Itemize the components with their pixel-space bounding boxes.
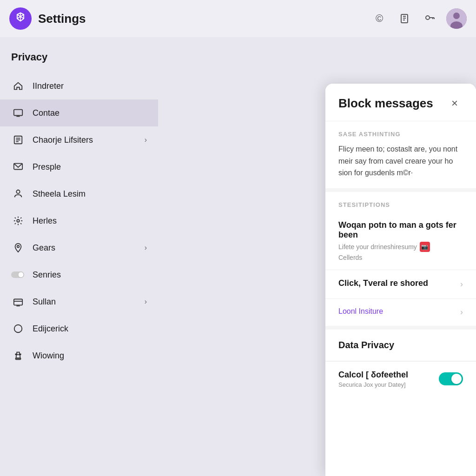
gear-icon bbox=[11, 214, 25, 228]
item-title: Click, Tveral re shored bbox=[338, 278, 456, 288]
red-badge: 📷 bbox=[420, 242, 430, 252]
sidebar-item-gears[interactable]: Gears › bbox=[0, 234, 158, 261]
svg-rect-24 bbox=[14, 299, 22, 305]
app-header: Settings © bbox=[0, 0, 476, 37]
toggle-switch[interactable] bbox=[439, 372, 463, 385]
sidebar-item-stheela[interactable]: Stheela Lesim bbox=[0, 180, 158, 207]
copyright-icon[interactable]: © bbox=[371, 10, 388, 27]
sidebar-item-label: Stheela Lesim bbox=[33, 189, 147, 199]
item-title-link: Loonl Insiture bbox=[338, 307, 456, 316]
sidebar-item-label: Herles bbox=[33, 216, 147, 226]
sidebar-item-ilndreter[interactable]: IIndreter bbox=[0, 73, 158, 99]
sidebar-section-title: Privacy bbox=[0, 46, 158, 73]
message-icon bbox=[11, 160, 25, 174]
sidebar-item-label: Contae bbox=[33, 108, 147, 118]
sidebar-item-presple[interactable]: Presple bbox=[0, 153, 158, 180]
home-icon bbox=[11, 79, 25, 93]
section2: STESITIPTIONS Woqan potn to man a gots f… bbox=[325, 192, 476, 326]
panel-header: Block messages × bbox=[325, 84, 476, 121]
sidebar-item-label: Chaorje Lifsiters bbox=[33, 135, 145, 145]
panel-list-item-click-tveral[interactable]: Click, Tveral re shored › bbox=[325, 270, 476, 299]
chevron-right-icon: › bbox=[145, 136, 147, 144]
sidebar-item-herles[interactable]: Herles bbox=[0, 207, 158, 234]
sidebar-item-label: IIndreter bbox=[33, 81, 147, 91]
sidebar-item-wiowing[interactable]: Wiowing bbox=[0, 342, 158, 369]
chevron-right-icon: › bbox=[460, 307, 463, 317]
panel-list-item-loonl[interactable]: Loonl Insiture › bbox=[325, 299, 476, 326]
avatar-image bbox=[446, 8, 467, 29]
item-subtitle: Lifete your drrineshiresumy 📷 bbox=[338, 242, 463, 252]
header-actions: © bbox=[371, 8, 467, 29]
app-logo[interactable] bbox=[9, 7, 32, 30]
data-privacy-title: Data Privacy bbox=[338, 340, 463, 350]
sidebar-item-label: Presple bbox=[33, 162, 147, 172]
avatar[interactable] bbox=[446, 8, 467, 29]
toggle-icon bbox=[11, 268, 25, 282]
section1-label: SASE ASTHINTING bbox=[325, 121, 476, 141]
item-content: Loonl Insiture bbox=[338, 307, 456, 317]
sidebar-item-label: Senries bbox=[33, 270, 147, 280]
sidebar-item-label: Gears bbox=[33, 243, 145, 253]
location-icon bbox=[11, 241, 25, 255]
main-layout: Privacy IIndreter Contae bbox=[0, 37, 476, 476]
sidebar-item-label: Edijcerick bbox=[33, 324, 147, 334]
toggle-row: Calcol [ δofeethel Securica Jox your Dat… bbox=[325, 362, 476, 397]
svg-point-21 bbox=[17, 245, 20, 248]
chess-icon bbox=[11, 349, 25, 363]
close-button[interactable]: × bbox=[446, 95, 463, 112]
sidebar-item-edijcerick[interactable]: Edijcerick bbox=[0, 315, 158, 342]
item-content: Click, Tveral re shored bbox=[338, 278, 456, 290]
svg-point-20 bbox=[17, 219, 20, 222]
panel-list-item-woqan[interactable]: Woqan potn to man a gots fer been Lifete… bbox=[325, 212, 476, 270]
svg-point-7 bbox=[426, 16, 430, 20]
sidebar-item-contae[interactable]: Contae bbox=[0, 99, 158, 126]
section-divider bbox=[325, 326, 476, 330]
block-messages-panel: Block messages × SASE ASTHINTING Flicy m… bbox=[325, 84, 476, 476]
item-subtitle2: Cellerds bbox=[338, 254, 463, 261]
svg-rect-11 bbox=[14, 110, 22, 116]
sidebar-item-senries[interactable]: Senries bbox=[0, 261, 158, 288]
data-privacy-section: Data Privacy bbox=[325, 330, 476, 361]
chevron-right-icon: › bbox=[460, 279, 463, 289]
sidebar-item-label: Sullan bbox=[33, 297, 145, 307]
monitor-icon bbox=[11, 106, 25, 120]
section2-label: STESITIPTIONS bbox=[325, 192, 476, 212]
svg-point-19 bbox=[16, 190, 20, 193]
clipboard-icon[interactable] bbox=[396, 10, 413, 27]
sidebar-item-sullan[interactable]: Sullan › bbox=[0, 288, 158, 315]
item-title: Woqan potn to man a gots fer been bbox=[338, 220, 463, 240]
panel-title: Block messages bbox=[338, 96, 433, 111]
tv-icon bbox=[11, 295, 25, 309]
circle-icon bbox=[11, 322, 25, 336]
chevron-right-icon: › bbox=[145, 298, 147, 306]
svg-point-27 bbox=[14, 325, 22, 333]
sidebar-item-label: Wiowing bbox=[33, 351, 147, 361]
toggle-content: Calcol [ δofeethel Securica Jox your Dat… bbox=[338, 370, 408, 388]
divider bbox=[325, 188, 476, 192]
toggle-subtitle: Securica Jox your Datey] bbox=[338, 381, 408, 388]
list-icon bbox=[11, 133, 25, 147]
section1: SASE ASTHINTING Flicy meen to; costaslt … bbox=[325, 121, 476, 188]
toggle-title: Calcol [ δofeethel bbox=[338, 370, 408, 380]
svg-point-23 bbox=[18, 272, 24, 278]
item-content: Woqan potn to man a gots fer been Lifete… bbox=[338, 220, 463, 261]
sidebar-item-chaorje[interactable]: Chaorje Lifsiters › bbox=[0, 126, 158, 153]
page-title: Settings bbox=[38, 12, 371, 26]
person-icon bbox=[11, 187, 25, 201]
chevron-right-icon: › bbox=[145, 244, 147, 252]
description-text: Flicy meen to; costaslt are, you nont me… bbox=[325, 141, 476, 188]
key-icon[interactable] bbox=[421, 10, 438, 27]
svg-point-9 bbox=[453, 13, 460, 19]
sidebar: Privacy IIndreter Contae bbox=[0, 37, 158, 476]
